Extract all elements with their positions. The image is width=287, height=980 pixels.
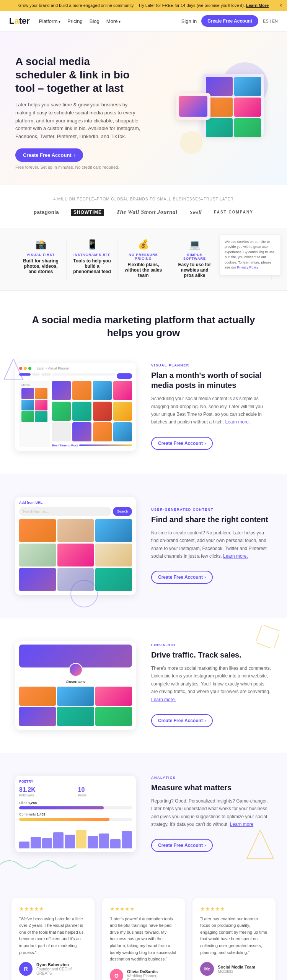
section-tag-analytics: ANALYTICS <box>151 776 272 780</box>
bar-item <box>76 830 86 848</box>
nav-link-pricing[interactable]: Pricing <box>67 18 83 24</box>
analytics-mockup: POETRY 81.2K Followers 10 Posts Likes 1,… <box>15 776 136 852</box>
ugc-learn-more[interactable]: Learn more. <box>223 553 248 559</box>
analytics-cta-button[interactable]: Create Free Account › <box>151 839 213 852</box>
hero-image-area <box>144 70 272 154</box>
linkinbio-post <box>19 687 56 706</box>
ugc-photo <box>19 568 56 591</box>
linkinbio-learn-more[interactable]: Learn more. <box>151 697 176 702</box>
linkinbio-post <box>95 687 132 706</box>
nav-actions: Sign In Create Free Account ES | EN <box>181 15 278 27</box>
linkinbio-post <box>57 687 94 706</box>
toolbar-item <box>19 373 31 376</box>
trust-logo-wsj: The Wall Street Journal <box>116 209 178 215</box>
bar-item <box>99 833 109 848</box>
stat-num: 10 <box>78 786 132 793</box>
hero-mockup-main <box>203 74 264 135</box>
author-avatar-2: O <box>110 969 123 980</box>
linkinbio-posts-grid <box>19 687 132 726</box>
post-cell <box>113 381 132 400</box>
feature-tag: SIMPLE SOFTWARE <box>175 253 214 260</box>
mockup-cell <box>206 118 233 137</box>
linkinbio-cta-button[interactable]: Create Free Account › <box>151 714 213 727</box>
mockup-cell <box>234 77 261 96</box>
post-cell <box>72 381 91 400</box>
bar-item <box>88 836 98 848</box>
hero-headline: A social media scheduler & link in bio t… <box>15 55 144 95</box>
ugc-search-input-mock: Search hashtag... <box>19 507 111 516</box>
analytics-title: POETRY <box>19 780 132 783</box>
ugc-photo <box>19 544 56 567</box>
mockup-cell <box>234 98 261 117</box>
media-thumb <box>21 400 34 410</box>
nav-link-platform[interactable]: Platform <box>39 18 60 24</box>
hero-mockup-small <box>176 93 210 120</box>
ugc-search-label: Search <box>117 510 128 513</box>
planner-title-bar: Later - Visual Planner <box>37 366 70 370</box>
likes-bar-fill <box>19 806 104 809</box>
stat-posts: 10 Posts <box>78 786 132 797</box>
nav-link-more[interactable]: More <box>106 18 121 24</box>
section-tag-visual-planner: VISUAL PLANNER <box>151 363 272 367</box>
banner-cta-link[interactable]: Learn More <box>246 3 269 8</box>
post-cell <box>113 402 132 421</box>
toolbar-item <box>41 373 51 376</box>
visual-planner-headline: Plan a month's worth of social media pos… <box>151 370 272 390</box>
media-grid <box>21 388 47 422</box>
visual-planner-learn-more[interactable]: Learn more. <box>225 419 250 425</box>
author-info-3: Social Media Team Mccotski <box>218 965 255 973</box>
testimonial-card-2: ★★★★★ "Later's powerful automation tools… <box>102 898 185 980</box>
ugc-description: No time to create content? No problem. L… <box>151 529 272 560</box>
cookie-privacy-link[interactable]: Privacy Policy <box>237 265 258 269</box>
section-intro-headline: A social media marketing platform that a… <box>23 314 264 340</box>
testimonial-card-1: ★★★★★ "We've been using Later for a litt… <box>11 898 95 980</box>
feature-title: Flexible plans, without the sales team <box>124 262 163 278</box>
hero-cta-area: Create Free Account › Free forever. Set … <box>15 148 144 169</box>
best-time-indicator <box>79 444 132 446</box>
mockup-cell <box>234 118 261 137</box>
hero-section: A social media scheduler & link in bio t… <box>0 32 287 185</box>
ugc-cta-button[interactable]: Create Free Account › <box>151 571 213 584</box>
testimonial-text-1: "We've been using Later for a little ove… <box>19 916 87 956</box>
nav-link-blog[interactable]: Blog <box>90 18 99 24</box>
media-thumb <box>21 388 34 399</box>
feature-tag: NO PRESSURE PRICING <box>124 253 163 260</box>
linkinbio-mockup: @username <box>15 641 136 730</box>
ugc-photo <box>57 519 94 542</box>
profile-name: @username <box>19 680 132 684</box>
media-thumb <box>21 411 34 422</box>
trust-logo-fastcompany: FAST COMPANY <box>214 210 253 214</box>
visual-planner-image: Later - Visual Planner Media <box>15 363 136 451</box>
nav-links: Platform Pricing Blog More <box>39 18 181 24</box>
media-label: Media <box>21 383 47 387</box>
author-name-3: Social Media Team <box>218 965 255 969</box>
language-selector[interactable]: ES | EN <box>263 19 278 23</box>
analytics-image: POETRY 81.2K Followers 10 Posts Likes 1,… <box>15 776 136 852</box>
logo: Later <box>9 16 30 26</box>
linkinbio-headline: Drive traffic. Track sales. <box>151 650 272 660</box>
testimonial-text-3: "Later has enabled our team to focus on … <box>200 916 268 956</box>
toolbar-spacer <box>52 373 115 376</box>
trust-label: 4 MILLION PEOPLE–FROM GLOBAL BRANDS TO S… <box>15 197 272 201</box>
section-tag-ugc: USER-GENERATED CONTENT <box>151 508 272 511</box>
bar-item <box>53 832 64 848</box>
deco-wave <box>0 855 77 875</box>
ugc-photo <box>57 544 94 567</box>
banner-close-button[interactable]: × <box>279 2 282 8</box>
feature-title: Tools to help you build a phenomenal fee… <box>73 258 111 274</box>
media-thumb <box>35 400 47 410</box>
stat-label: Posts <box>78 793 132 797</box>
visual-planner-cta-button[interactable]: Create Free Account › <box>151 437 213 450</box>
stars-1: ★★★★★ <box>19 906 87 912</box>
mockup-cell <box>206 77 233 96</box>
sign-in-link[interactable]: Sign In <box>181 18 197 24</box>
nav-create-account-button[interactable]: Create Free Account <box>201 15 258 27</box>
hero-cta-button[interactable]: Create Free Account › <box>15 148 83 162</box>
stat-followers: 81.2K Followers <box>19 786 73 797</box>
analytics-learn-more[interactable]: Learn more <box>230 822 253 827</box>
bar-item <box>110 839 121 848</box>
likes-bar-container <box>19 806 132 809</box>
cookie-notice: We use cookies on our site to provide yo… <box>220 234 281 275</box>
promotional-banner: Grow your brand and build a more engaged… <box>0 0 287 11</box>
stat-num: 81.2K <box>19 786 73 793</box>
